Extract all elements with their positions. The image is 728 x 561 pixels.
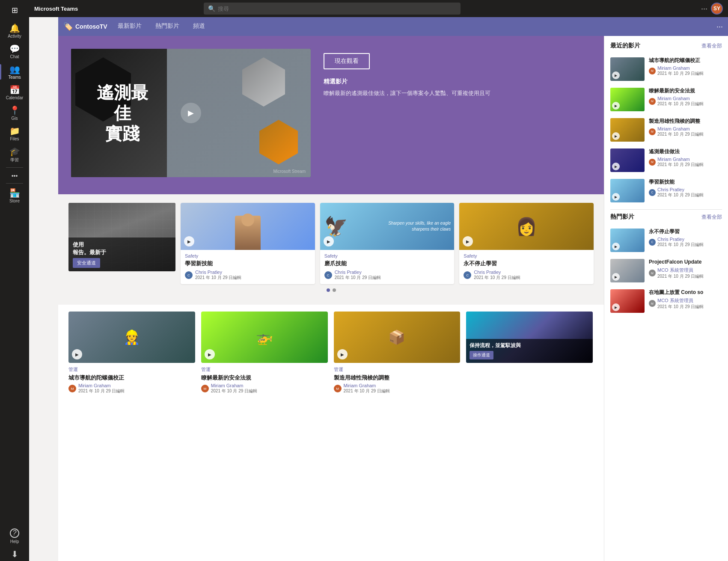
rp-thumb-1: ▶ [610, 57, 645, 81]
sidebar-item-more[interactable]: ••• [0, 169, 29, 181]
sidebar-item-help[interactable]: ? Help [10, 525, 19, 546]
sidebar-item-store[interactable]: 🏪 Store [0, 185, 29, 206]
eagle-thumb: 🦅 Sharpen your skills, like an eagle sha… [320, 203, 455, 250]
thumb-bg-3: 👩 [459, 203, 594, 250]
tab-bar: 🏷️ ContosoTV 最新影片 熱門影片 頻道 ··· [58, 17, 728, 36]
featured-large-bg: 使用 報告。最新于 安全通道 [68, 203, 175, 271]
hero-info: 現在觀看 精選影片 瞭解最新的遙測最佳做法，讓下一個專案令人驚豔、可重複使用且可 [324, 49, 591, 98]
popular-item-3[interactable]: ▶ 在地圖上放置 Conto so M MCO 系統管理員 2021 年 10 … [604, 286, 728, 316]
rp-info-2: 瞭解最新的安全法規 M Miriam Graham 2021 年 10 月 29… [649, 88, 722, 107]
dot-2[interactable] [333, 288, 336, 292]
vgrid-play-1[interactable]: ▶ [72, 349, 82, 359]
sidebar-item-chat[interactable]: 💬 Chat [0, 41, 29, 62]
popular-item-2[interactable]: ▶ ProjectFalcon Update M MCO 系統管理員 2021 … [604, 255, 728, 286]
vgrid-card-1[interactable]: 👷 ▶ 管運 城市導航的陀螺儀校正 M Miriam Graham 2021 年… [68, 312, 195, 394]
recent-view-all[interactable]: 查看全部 [701, 42, 722, 50]
user-avatar[interactable]: SY [711, 3, 723, 15]
hero-video-player[interactable]: 遙測最佳practices.mp4 遙測最 佳 實踐 ▶ [71, 49, 311, 177]
sidebar-item-gis[interactable]: 📍 Gis [0, 103, 29, 123]
sidebar-item-teams[interactable]: 👥 Teams [0, 62, 29, 82]
hero-section: 遙測最佳practices.mp4 遙測最 佳 實踐 ▶ [58, 36, 604, 194]
vgrid-card-4[interactable]: 保持流程，並駕馭波與 操作通道 [466, 312, 593, 394]
video-thumb-2: 🦅 Sharpen your skills, like an eagle sha… [320, 203, 455, 250]
rp-title-1: 城市導航的陀螺儀校正 [649, 57, 722, 64]
featured-large-button[interactable]: 安全通道 [73, 258, 100, 268]
waffle-icon[interactable]: ⊞ [12, 6, 18, 15]
rp-thumb-4: ▶ [610, 148, 645, 172]
channel-label-1: Safety [185, 253, 311, 258]
vgrid-meta-1: M Miriam Graham 2021 年 10 月 29 日編輯 [68, 383, 195, 394]
video-card-2[interactable]: 🦅 Sharpen your skills, like an eagle sha… [320, 203, 455, 284]
play-icon-1[interactable]: ▶ [184, 236, 194, 246]
dot-1[interactable] [327, 288, 330, 292]
channel-label-3: Safety [464, 253, 589, 258]
rp-play-2: ▶ [612, 102, 620, 110]
contosotv-logo[interactable]: 🏷️ ContosoTV [63, 22, 107, 31]
sidebar-item-calendar[interactable]: 📅 Calendar [0, 82, 29, 103]
author-info-2: Chris Pratley 2021 年 10 月 29 日編輯 [335, 270, 381, 281]
recent-item-5[interactable]: ▶ 學習新技能 C Chris Pratley 2021 年 10 月 29 日… [604, 175, 728, 206]
search-input[interactable] [218, 6, 456, 12]
pop-meta-2: M MCO 系統管理員 2021 年 10 月 29 日編輯 [649, 267, 722, 279]
rp-play-5: ▶ [612, 193, 620, 201]
recent-item-3[interactable]: ▶ 製造用雄性飛梭的調整 M Miriam Graham 2021 年 10 月… [604, 115, 728, 145]
pop-thumb-2: ▶ [610, 259, 645, 282]
tab-latest-videos[interactable]: 最新影片 [111, 17, 149, 36]
sidebar-item-files[interactable]: 📁 Files [0, 123, 29, 144]
video-card-1[interactable]: ▶ Safety 學習新技能 C Chris Pratley 2021 年 10… [181, 203, 315, 284]
popular-view-all[interactable]: 查看全部 [701, 214, 722, 221]
hero-featured-label: 精選影片 [324, 78, 591, 86]
watch-now-button[interactable]: 現在觀看 [324, 53, 370, 69]
teams-icon: 👥 [9, 65, 20, 74]
video-card-3[interactable]: 👩 ▶ Safety 永不停止學習 C [459, 203, 594, 284]
vgrid-author-3: Miriam Graham 2021 年 10 月 29 日編輯 [344, 383, 390, 394]
pagination-dots [68, 284, 594, 296]
search-bar[interactable]: 🔍 [204, 3, 461, 15]
featured-large-card[interactable]: 使用 報告。最新于 安全通道 [68, 203, 175, 271]
author-avatar-2: C [324, 271, 332, 279]
vgrid-play-3[interactable]: ▶ [337, 349, 348, 359]
video-card-body-3: Safety 永不停止學習 C Chris Pratley 2021 年 10 … [459, 250, 594, 284]
recent-item-4[interactable]: ▶ 遙測最佳做法 M Miriam Graham 2021 年 10 月 29 … [604, 145, 728, 175]
sidebar-item-learning[interactable]: 🎓 學習 [0, 144, 29, 166]
pop-title-3: 在地圖上放置 Conto so [649, 289, 722, 296]
store-icon: 🏪 [9, 189, 20, 197]
app-logo-area: ⊞ [0, 0, 29, 21]
rp-author-info-2: Miriam Graham 2021 年 10 月 29 日編輯 [657, 96, 704, 107]
special-button[interactable]: 操作通道 [469, 351, 493, 359]
video-card-body-1: Safety 學習新技能 C Chris Pratley 2021 年 10 月… [181, 250, 315, 284]
hero-play-button[interactable]: ▶ [181, 103, 201, 123]
right-panel: 最近的影片 查看全部 ▶ 城市導航的陀螺儀校正 M Miriam Graham … [604, 36, 728, 561]
sidebar-item-activity[interactable]: 🔔 Activity [0, 21, 29, 41]
recent-item-1[interactable]: ▶ 城市導航的陀螺儀校正 M Miriam Graham 2021 年 10 月… [604, 54, 728, 84]
play-icon-2[interactable]: ▶ [324, 236, 334, 246]
sidebar-item-download[interactable]: ⬇ [10, 546, 19, 561]
rp-author-info-4: Miriam Graham 2021 年 10 月 29 日編輯 [657, 157, 704, 168]
tab-channels[interactable]: 頻道 [186, 17, 212, 36]
microsoft-stream-label: Microsoft Stream [273, 169, 306, 174]
vgrid-card-2[interactable]: 🚁 ▶ 管運 瞭解最新的安全法規 M Miriam Graham 2021 年 … [201, 312, 328, 394]
video-title-1: 學習新技能 [185, 260, 311, 267]
vgrid-play-2[interactable]: ▶ [205, 349, 215, 359]
pop-avatar-3: M [649, 300, 656, 307]
rp-info-1: 城市導航的陀螺儀校正 M Miriam Graham 2021 年 10 月 2… [649, 57, 722, 77]
tab-more-button[interactable]: ··· [716, 22, 723, 31]
author-avatar-1: C [185, 271, 193, 279]
rp-info-5: 學習新技能 C Chris Pratley 2021 年 10 月 29 日編輯 [649, 179, 722, 198]
more-options-button[interactable]: ··· [701, 4, 707, 13]
vgrid-avatar-3: M [334, 385, 342, 392]
tab-popular-videos[interactable]: 熱門影片 [149, 17, 186, 36]
author-info-3: Chris Pratley 2021 年 10 月 29 日編輯 [474, 270, 520, 281]
titlebar: Microsoft Teams 🔍 ··· SY [29, 0, 728, 17]
rp-avatar-2: M [649, 98, 656, 105]
author-name-1: Chris Pratley 2021 年 10 月 29 日編輯 [195, 270, 241, 281]
vgrid-title-1: 城市導航的陀螺儀校正 [68, 374, 195, 382]
rp-avatar-3: M [649, 128, 656, 135]
vgrid-bg-1: 👷 [68, 312, 195, 363]
pop-play-1: ▶ [612, 243, 620, 250]
vgrid-card-3[interactable]: 📦 ▶ 管運 製造用雄性飛梭的調整 M Miriam Graham 2021 年… [334, 312, 461, 394]
popular-item-1[interactable]: ▶ 永不停止學習 C Chris Pratley 2021 年 10 月 29 … [604, 225, 728, 255]
rp-play-1: ▶ [612, 71, 620, 79]
pop-thumb-1: ▶ [610, 229, 645, 252]
recent-item-2[interactable]: ▶ 瞭解最新的安全法規 M Miriam Graham 2021 年 10 月 … [604, 84, 728, 115]
